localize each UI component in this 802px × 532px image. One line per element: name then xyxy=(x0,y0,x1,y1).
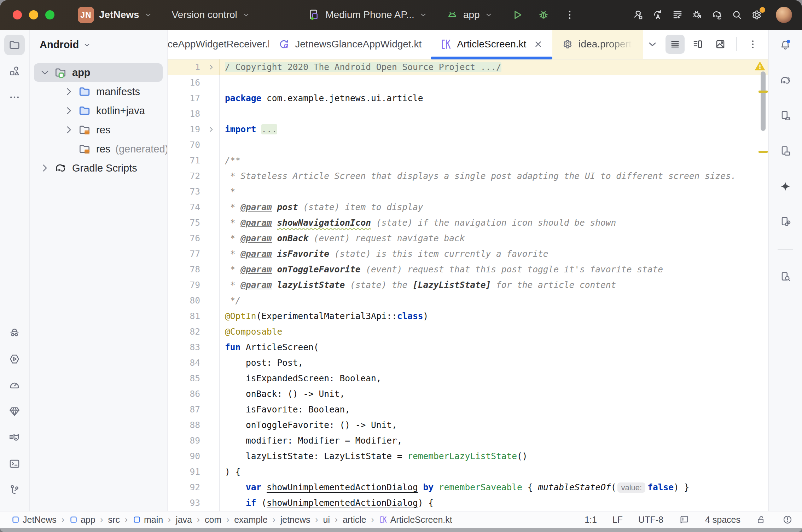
run-button[interactable] xyxy=(507,5,527,25)
tab-glanceappwidgetreceiver[interactable]: ceAppWidgetReceiver.kt xyxy=(168,30,269,59)
more-run-actions-button[interactable] xyxy=(560,5,580,25)
breadcrumb-java[interactable]: java xyxy=(174,514,194,526)
line-number: 18 xyxy=(168,106,203,122)
user-avatar[interactable] xyxy=(776,7,792,23)
debug-button[interactable] xyxy=(534,5,553,25)
breadcrumb-jetnews[interactable]: JetNews xyxy=(9,514,59,526)
breadcrumb-article[interactable]: article xyxy=(341,514,368,526)
breadcrumb-main[interactable]: main xyxy=(130,514,165,526)
inspections-warning-icon[interactable] xyxy=(754,61,766,71)
tool-window-logcat[interactable] xyxy=(4,427,25,448)
run-configuration-selector[interactable]: app xyxy=(441,6,498,24)
design-view-button[interactable] xyxy=(711,35,730,54)
code-editor[interactable]: 1/ Copyright 2020 The Android Open Sourc… xyxy=(168,59,768,511)
build-button[interactable] xyxy=(628,5,648,25)
tree-item-kotlin-java[interactable]: kotlin+java xyxy=(34,102,163,120)
tab-idea-properties[interactable]: idea.properti xyxy=(552,30,643,59)
tool-window-gemini[interactable] xyxy=(775,176,796,197)
tool-window-device-mirroring[interactable] xyxy=(775,212,796,232)
minimize-window-button[interactable] xyxy=(29,10,38,19)
chevron-right-icon[interactable] xyxy=(63,105,75,117)
tool-window-app-quality-insights[interactable] xyxy=(4,323,25,343)
tool-window-resource-manager[interactable] xyxy=(4,61,25,81)
tab-jetnewsglanceappwidget[interactable]: JetnewsGlanceAppWidget.kt xyxy=(269,30,431,59)
tab-label: ArticleScreen.kt xyxy=(457,39,526,50)
hidden-tabs-button[interactable] xyxy=(643,35,662,54)
fold-toggle-icon[interactable] xyxy=(203,122,220,137)
tool-window-profiler[interactable] xyxy=(4,375,25,395)
chevron-right-icon[interactable] xyxy=(63,124,75,136)
indent-widget[interactable]: 4 spaces xyxy=(705,515,740,525)
kotlin-file-icon xyxy=(440,38,452,50)
gutter xyxy=(203,231,220,246)
breadcrumb-ui[interactable]: ui xyxy=(321,514,332,526)
search-everywhere-button[interactable] xyxy=(727,5,747,25)
gutter xyxy=(203,137,220,153)
editor-scrollbar[interactable] xyxy=(758,59,768,511)
code-line-80: 80 */ xyxy=(168,293,768,308)
tool-window-device-manager[interactable] xyxy=(775,105,796,126)
tab-articlescreen[interactable]: ArticleScreen.kt xyxy=(431,30,552,59)
code-text xyxy=(220,106,225,122)
scrollbar-thumb[interactable] xyxy=(761,71,766,131)
tree-item-res[interactable]: res xyxy=(34,121,163,139)
gutter xyxy=(203,402,220,417)
breadcrumb-jetnews[interactable]: jetnews xyxy=(278,514,313,526)
attach-debugger-button[interactable] xyxy=(687,5,707,25)
tool-window-app-inspection[interactable] xyxy=(4,349,25,369)
breadcrumb-src[interactable]: src xyxy=(106,514,122,526)
close-window-button[interactable] xyxy=(13,10,22,19)
line-number: 86 xyxy=(168,386,203,402)
tool-window-terminal[interactable] xyxy=(4,453,25,474)
tool-window-app-links-assistant[interactable] xyxy=(4,401,25,422)
tool-window-running-devices[interactable] xyxy=(775,141,796,161)
line-separator-widget[interactable]: LF xyxy=(612,515,623,525)
breadcrumb-example[interactable]: example xyxy=(232,514,270,526)
gradle-sync-button[interactable] xyxy=(707,5,727,25)
breadcrumb-app[interactable]: app xyxy=(67,514,98,526)
warning-stripe-mark[interactable] xyxy=(759,151,768,153)
module-folder-icon xyxy=(54,66,67,79)
tool-window-version-control[interactable] xyxy=(4,480,25,500)
device-selector[interactable]: Medium Phone AP... xyxy=(303,6,432,24)
read-only-toggle[interactable] xyxy=(756,514,767,525)
zoom-window-button[interactable] xyxy=(45,10,54,19)
chevron-right-icon[interactable] xyxy=(63,86,75,98)
code-line-73: 73 * xyxy=(168,184,768,200)
breadcrumb-articlescreen-kt[interactable]: ArticleScreen.kt xyxy=(377,514,454,526)
fold-toggle-icon[interactable] xyxy=(203,59,220,75)
tree-item-manifests[interactable]: manifests xyxy=(34,82,163,101)
breadcrumb-separator: › xyxy=(124,515,128,525)
inspection-highlighting-widget[interactable] xyxy=(782,514,793,525)
tree-item-label: res xyxy=(96,124,110,136)
close-tab-icon[interactable] xyxy=(533,39,543,49)
caret-position-widget[interactable]: 1:1 xyxy=(585,515,597,525)
tree-item-app[interactable]: app xyxy=(34,63,163,82)
tree-item-res[interactable]: res(generated) xyxy=(34,140,163,158)
chevron-down-icon xyxy=(144,11,152,19)
notifications-widget[interactable] xyxy=(679,514,690,525)
warning-stripe-mark[interactable] xyxy=(759,91,768,93)
tool-window-more-tool-windows[interactable] xyxy=(4,87,25,108)
profiler-button[interactable] xyxy=(668,5,687,25)
tool-window-gradle[interactable] xyxy=(775,70,796,91)
editor-options-button[interactable] xyxy=(743,35,762,54)
chevron-down-icon[interactable] xyxy=(39,66,51,79)
tool-window-device-explorer[interactable] xyxy=(775,267,796,287)
sync-changes-button[interactable] xyxy=(648,5,668,25)
code-text: onBack: () -> Unit, xyxy=(220,386,345,402)
chevron-right-icon[interactable] xyxy=(39,162,51,174)
breadcrumb-label: JetNews xyxy=(23,515,57,525)
breadcrumb-com[interactable]: com xyxy=(203,514,223,526)
code-line-71: 71/** xyxy=(168,153,768,168)
tool-window-project[interactable] xyxy=(4,35,25,55)
tool-window-notifications[interactable] xyxy=(775,35,796,55)
tree-item-gradle-scripts[interactable]: Gradle Scripts xyxy=(34,159,163,177)
project-widget[interactable]: JN JetNews xyxy=(73,4,157,26)
vcs-widget[interactable]: Version control xyxy=(167,6,255,23)
code-view-button[interactable] xyxy=(666,35,685,54)
code-line-88: 88 onToggleFavorite: () -> Unit, xyxy=(168,417,768,433)
split-view-button[interactable] xyxy=(688,35,707,54)
encoding-widget[interactable]: UTF-8 xyxy=(638,515,663,525)
project-view-selector[interactable]: Android xyxy=(30,35,167,54)
